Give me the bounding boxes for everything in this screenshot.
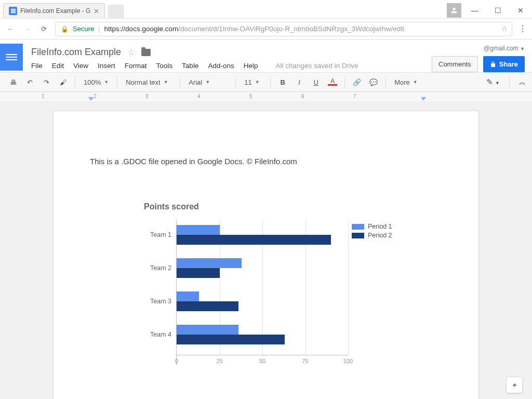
docs-header: FileInfo.com Example ☆ File Edit View In…	[0, 39, 532, 72]
docs-favicon-icon	[9, 7, 17, 15]
lock-icon	[490, 61, 496, 68]
undo-icon[interactable]: ↶	[23, 75, 36, 89]
menu-help[interactable]: Help	[244, 62, 258, 70]
chart-category-label: Team 2	[150, 264, 171, 272]
underline-icon[interactable]: U	[309, 75, 323, 89]
url-text: https://docs.google.com/document/d/1Inhw…	[104, 25, 404, 33]
chart-category-label: Team 4	[150, 331, 171, 338]
chart-bar	[177, 268, 220, 278]
close-tab-icon[interactable]: ✕	[94, 7, 99, 15]
new-tab-button[interactable]	[108, 5, 124, 18]
chart-category-label: Team 3	[150, 298, 171, 305]
paint-format-icon[interactable]: 🖌	[56, 75, 70, 89]
editing-mode-icon[interactable]: ✎ ▼	[486, 77, 500, 87]
save-status: All changes saved in Drive	[275, 62, 358, 70]
redo-icon[interactable]: ↷	[39, 75, 53, 89]
ruler-indent-marker[interactable]	[88, 97, 94, 101]
chart-bar	[177, 258, 242, 268]
collapse-toolbar-icon[interactable]: ︽	[519, 77, 526, 87]
italic-icon[interactable]: I	[292, 75, 306, 89]
body-paragraph[interactable]: This is a .GDOC file opened in Google Do…	[90, 157, 442, 166]
chart-bar	[177, 235, 331, 245]
menu-format[interactable]: Format	[125, 62, 147, 70]
font-size-select[interactable]: 11▼	[241, 78, 265, 86]
window-minimize-button[interactable]: —	[463, 3, 486, 18]
docs-logo-icon[interactable]	[0, 44, 23, 71]
chart-category-label: Team 1	[150, 231, 171, 238]
insert-link-icon[interactable]: 🔗	[350, 75, 364, 89]
chrome-menu-icon[interactable]: ⋮	[518, 28, 527, 30]
bold-icon[interactable]: B	[276, 75, 289, 89]
font-select[interactable]: Arial▼	[185, 78, 230, 86]
window-maximize-button[interactable]: ☐	[486, 3, 509, 18]
window-close-button[interactable]: ✕	[509, 3, 532, 18]
chrome-profile-icon[interactable]	[447, 3, 461, 18]
chart-bar	[177, 301, 238, 311]
lock-icon: 🔒	[61, 25, 69, 33]
menu-view[interactable]: View	[73, 62, 88, 70]
editor-canvas: This is a .GDOC file opened in Google Do…	[0, 102, 532, 399]
text-color-icon[interactable]: A	[326, 75, 339, 89]
document-title[interactable]: FileInfo.com Example	[31, 47, 121, 58]
move-folder-icon[interactable]	[141, 49, 151, 56]
url-field[interactable]: 🔒 Secure | https://docs.google.com/docum…	[55, 22, 512, 36]
chart-bar	[177, 291, 199, 301]
menu-table[interactable]: Table	[182, 62, 198, 70]
comments-button[interactable]: Comments	[432, 56, 478, 72]
ruler-right-marker[interactable]	[421, 97, 426, 101]
chart-bar	[177, 225, 220, 235]
document-page[interactable]: This is a .GDOC file opened in Google Do…	[53, 111, 479, 399]
menu-insert[interactable]: Insert	[98, 62, 115, 70]
browser-tab[interactable]: FileInfo.com Example - G ✕	[3, 3, 105, 18]
share-button[interactable]: Share	[483, 56, 525, 72]
reload-button[interactable]: ⟳	[38, 24, 49, 34]
chart-container[interactable]: Points scored 0255075100Team 1Team 2Team…	[144, 202, 442, 376]
menu-addons[interactable]: Add-ons	[208, 62, 234, 70]
forward-button: →	[22, 24, 32, 34]
menu-file[interactable]: File	[31, 62, 43, 70]
zoom-select[interactable]: 100%▼	[81, 78, 112, 86]
insert-comment-icon[interactable]: 💬	[367, 75, 380, 89]
styles-select[interactable]: Normal text▼	[123, 78, 175, 86]
tab-strip: FileInfo.com Example - G ✕	[0, 0, 124, 18]
secure-label: Secure	[73, 25, 94, 33]
browser-titlebar: FileInfo.com Example - G ✕ — ☐ ✕	[0, 0, 532, 19]
menu-bar: File Edit View Insert Format Tools Table…	[31, 62, 427, 70]
horizontal-ruler[interactable]: 1 2 3 4 5 6 7	[0, 92, 532, 102]
print-icon[interactable]: 🖶	[6, 75, 20, 89]
chart-bar	[177, 325, 238, 335]
chart-title: Points scored	[144, 202, 442, 211]
account-label[interactable]: @gmail.com ▼	[484, 45, 525, 52]
menu-edit[interactable]: Edit	[52, 62, 64, 70]
docs-toolbar: 🖶 ↶ ↷ 🖌 100%▼ Normal text▼ Arial▼ 11▼ B …	[0, 72, 532, 92]
chart-legend: Period 1 Period 2	[352, 223, 392, 241]
back-button[interactable]: ←	[5, 24, 16, 34]
more-tools[interactable]: More▼	[391, 78, 421, 86]
chart-bar	[177, 335, 285, 344]
menu-tools[interactable]: Tools	[156, 62, 173, 70]
star-icon[interactable]: ☆	[127, 47, 135, 58]
bookmark-star-icon[interactable]: ☆	[501, 25, 508, 33]
browser-address-bar: ← → ⟳ 🔒 Secure | https://docs.google.com…	[0, 19, 532, 39]
tab-title: FileInfo.com Example - G	[20, 7, 90, 15]
explore-button[interactable]: ✦	[506, 377, 523, 393]
chart-plot: 0255075100Team 1Team 2Team 3Team 4 Perio…	[144, 220, 393, 376]
